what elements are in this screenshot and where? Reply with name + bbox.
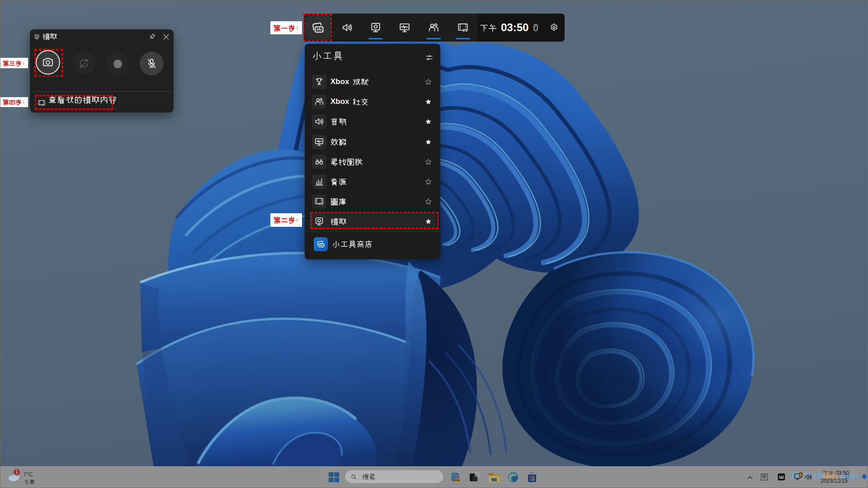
svg-text:PRE: PRE xyxy=(455,479,460,482)
